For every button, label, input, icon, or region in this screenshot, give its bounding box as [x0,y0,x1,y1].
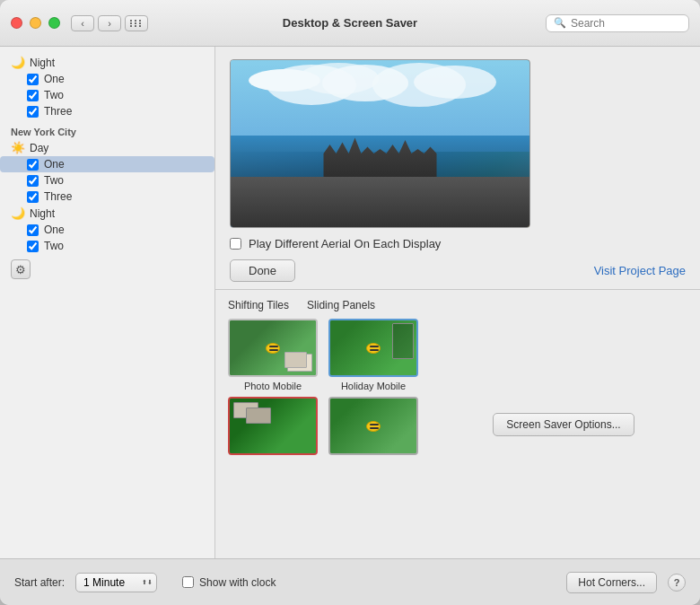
screen-saver-options-button[interactable]: Screen Saver Options... [493,413,634,436]
moon-icon-2: 🌙 [11,206,25,220]
show-clock-label: Show with clock [199,576,276,589]
preview-land [231,177,529,227]
day-checkbox-two[interactable] [27,175,39,187]
night-label-1: Night [30,57,55,69]
night1-label-one: One [44,73,65,85]
night2-item-one[interactable]: One [0,222,214,238]
ss-right: Screen Saver Options... [429,299,687,549]
day-checkbox-three[interactable] [27,191,39,203]
night-header-2: 🌙 Night [0,205,214,222]
tab-shifting-tiles[interactable]: Shifting Tiles [228,299,289,313]
ss-thumb-holiday-mobile [328,319,418,377]
start-after-select[interactable]: 1 Minute 2 Minutes 5 Minutes 10 Minutes … [75,573,157,592]
night1-checkbox-one[interactable] [27,74,39,85]
ss-item-photo-mobile[interactable]: Photo Mobile [228,319,318,391]
help-button[interactable]: ? [668,574,686,592]
night1-label-three: Three [44,105,72,118]
ss-thumb-area: Shifting Tiles Sliding Panels [228,299,418,549]
thumb-photo-3b [246,408,271,424]
day-label-three: Three [44,190,72,203]
preview-image [230,59,530,228]
ss-label-holiday-mobile: Holiday Mobile [341,381,406,391]
day-item-two[interactable]: Two [0,172,214,189]
day-item-three[interactable]: Three [0,189,214,205]
nyc-section: New York City ☀️ Day One Two Three [0,121,214,256]
ss-item-3[interactable] [228,397,318,455]
thumb-inner-2 [330,320,416,375]
show-clock-checkbox[interactable] [182,576,194,588]
night1-checkbox-two[interactable] [27,90,39,101]
done-button[interactable]: Done [230,259,295,282]
ss-item-4[interactable] [328,397,418,455]
minimize-button[interactable] [30,17,41,29]
day-item-one[interactable]: One [0,156,214,172]
play-different-checkbox[interactable] [230,238,241,250]
sun-icon: ☀️ [11,141,25,154]
button-row: Done Visit Project Page [230,259,686,282]
gear-row: ⚙ [0,256,214,283]
preview-clouds [249,69,320,92]
moon-icon-1: 🌙 [11,56,25,69]
night1-item-three[interactable]: Three [0,103,214,119]
grid-view-button[interactable] [125,15,148,31]
bee-icon-2 [366,343,381,354]
night1-item-one[interactable]: One [0,71,214,87]
show-clock-wrapper: Show with clock [182,576,276,589]
nyc-category: New York City [0,123,214,139]
night1-label-two: Two [44,89,64,101]
hot-corners-button[interactable]: Hot Corners... [566,572,657,593]
preview-section: Play Different Aerial On Each Display Do… [215,47,700,290]
night2-checkbox-one[interactable] [27,224,39,236]
nav-buttons: ‹ › [71,15,121,31]
day-label: Day [30,142,48,154]
ss-thumb-row-1: Photo Mobile Holiday Mobile [228,319,418,391]
ss-thumb-row-2 [228,397,418,455]
section-night-group: 🌙 Night One Two Three [0,52,214,121]
day-checkbox-one[interactable] [27,159,39,171]
forward-button[interactable]: › [98,15,121,31]
bottom-bar: Start after: 1 Minute 2 Minutes 5 Minute… [0,558,700,605]
night2-label-two: Two [44,240,64,252]
night-header-1: 🌙 Night [0,54,214,71]
close-button[interactable] [11,17,22,29]
start-after-label: Start after: [14,576,65,589]
tab-sliding-panels[interactable]: Sliding Panels [307,299,375,313]
thumb-inner-3 [230,399,316,453]
thumb-panel-1 [392,323,414,359]
right-panel: Play Different Aerial On Each Display Do… [215,47,700,558]
day-label-two: Two [44,174,64,187]
ss-item-holiday-mobile[interactable]: Holiday Mobile [328,319,418,391]
visit-project-link[interactable]: Visit Project Page [594,264,686,277]
night2-label-one: One [44,224,65,236]
night1-item-two[interactable]: Two [0,87,214,103]
screensaver-section: Shifting Tiles Sliding Panels [215,290,700,558]
traffic-lights [11,17,60,29]
night2-item-two[interactable]: Two [0,238,214,254]
gear-button[interactable]: ⚙ [11,259,31,279]
search-icon: 🔍 [554,17,566,29]
search-input[interactable] [571,17,681,30]
night-label-2: Night [30,207,55,220]
ss-thumb-4 [328,397,418,455]
ss-thumb-3 [228,397,318,455]
night1-checkbox-three[interactable] [27,106,39,118]
window-title: Desktop & Screen Saver [283,16,417,30]
options-label: Play Different Aerial On Each Display [249,237,441,250]
bee-icon-4 [366,421,381,432]
main-area: 🌙 Night One Two Three New York Ci [0,47,700,558]
start-after-select-wrapper[interactable]: 1 Minute 2 Minutes 5 Minutes 10 Minutes … [75,573,157,592]
titlebar: ‹ › Desktop & Screen Saver 🔍 [0,0,700,47]
back-button[interactable]: ‹ [71,15,94,31]
bee-icon-1 [266,343,280,354]
day-header: ☀️ Day [0,139,214,156]
night2-checkbox-two[interactable] [27,241,39,252]
main-window: ‹ › Desktop & Screen Saver 🔍 🌙 Night [0,0,700,605]
ss-tabs: Shifting Tiles Sliding Panels [228,299,418,313]
maximize-button[interactable] [48,17,60,29]
thumb-inner-1 [230,320,316,375]
thumb-inner-4 [330,399,416,453]
search-box[interactable]: 🔍 [546,14,689,32]
ss-thumb-photo-mobile [228,319,318,377]
ss-label-photo-mobile: Photo Mobile [244,381,302,391]
sidebar: 🌙 Night One Two Three New York Ci [0,47,215,558]
